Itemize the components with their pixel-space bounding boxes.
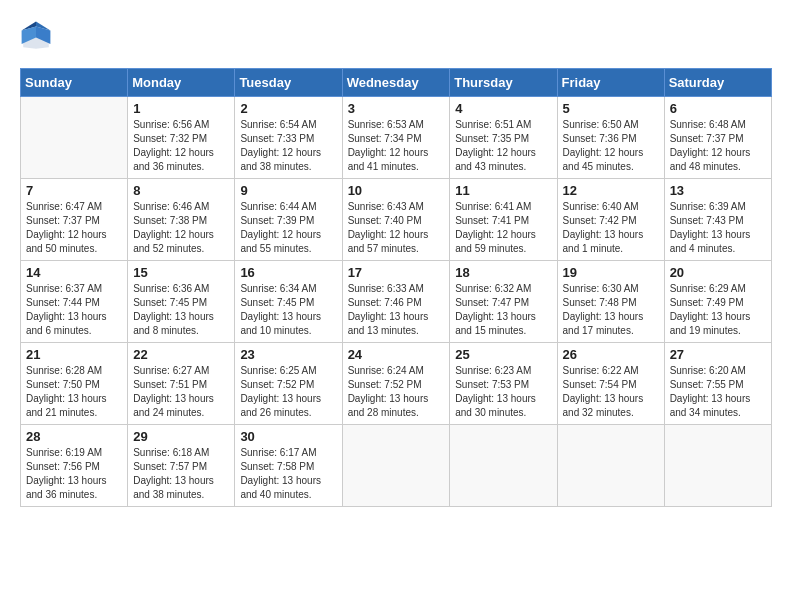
day-number: 6 [670, 101, 766, 116]
day-info: Sunrise: 6:39 AMSunset: 7:43 PMDaylight:… [670, 200, 766, 256]
calendar-cell: 14Sunrise: 6:37 AMSunset: 7:44 PMDayligh… [21, 261, 128, 343]
day-info: Sunrise: 6:47 AMSunset: 7:37 PMDaylight:… [26, 200, 122, 256]
weekday-header-thursday: Thursday [450, 69, 557, 97]
calendar-cell: 9Sunrise: 6:44 AMSunset: 7:39 PMDaylight… [235, 179, 342, 261]
day-number: 5 [563, 101, 659, 116]
calendar-cell: 22Sunrise: 6:27 AMSunset: 7:51 PMDayligh… [128, 343, 235, 425]
day-number: 14 [26, 265, 122, 280]
calendar-cell: 4Sunrise: 6:51 AMSunset: 7:35 PMDaylight… [450, 97, 557, 179]
calendar-cell [664, 425, 771, 507]
day-number: 1 [133, 101, 229, 116]
calendar-cell: 20Sunrise: 6:29 AMSunset: 7:49 PMDayligh… [664, 261, 771, 343]
calendar-cell: 16Sunrise: 6:34 AMSunset: 7:45 PMDayligh… [235, 261, 342, 343]
day-info: Sunrise: 6:56 AMSunset: 7:32 PMDaylight:… [133, 118, 229, 174]
day-info: Sunrise: 6:40 AMSunset: 7:42 PMDaylight:… [563, 200, 659, 256]
day-info: Sunrise: 6:32 AMSunset: 7:47 PMDaylight:… [455, 282, 551, 338]
page-header [20, 20, 772, 52]
week-row-4: 21Sunrise: 6:28 AMSunset: 7:50 PMDayligh… [21, 343, 772, 425]
logo [20, 20, 56, 52]
calendar-cell [450, 425, 557, 507]
day-info: Sunrise: 6:51 AMSunset: 7:35 PMDaylight:… [455, 118, 551, 174]
day-info: Sunrise: 6:19 AMSunset: 7:56 PMDaylight:… [26, 446, 122, 502]
calendar-cell: 5Sunrise: 6:50 AMSunset: 7:36 PMDaylight… [557, 97, 664, 179]
day-info: Sunrise: 6:30 AMSunset: 7:48 PMDaylight:… [563, 282, 659, 338]
calendar-cell: 15Sunrise: 6:36 AMSunset: 7:45 PMDayligh… [128, 261, 235, 343]
calendar-cell: 1Sunrise: 6:56 AMSunset: 7:32 PMDaylight… [128, 97, 235, 179]
calendar-cell: 6Sunrise: 6:48 AMSunset: 7:37 PMDaylight… [664, 97, 771, 179]
day-info: Sunrise: 6:18 AMSunset: 7:57 PMDaylight:… [133, 446, 229, 502]
weekday-header-friday: Friday [557, 69, 664, 97]
calendar-cell: 28Sunrise: 6:19 AMSunset: 7:56 PMDayligh… [21, 425, 128, 507]
calendar-cell: 18Sunrise: 6:32 AMSunset: 7:47 PMDayligh… [450, 261, 557, 343]
day-number: 26 [563, 347, 659, 362]
day-info: Sunrise: 6:48 AMSunset: 7:37 PMDaylight:… [670, 118, 766, 174]
day-number: 16 [240, 265, 336, 280]
day-number: 30 [240, 429, 336, 444]
day-info: Sunrise: 6:34 AMSunset: 7:45 PMDaylight:… [240, 282, 336, 338]
day-info: Sunrise: 6:50 AMSunset: 7:36 PMDaylight:… [563, 118, 659, 174]
day-number: 9 [240, 183, 336, 198]
day-number: 2 [240, 101, 336, 116]
day-info: Sunrise: 6:28 AMSunset: 7:50 PMDaylight:… [26, 364, 122, 420]
calendar-cell: 17Sunrise: 6:33 AMSunset: 7:46 PMDayligh… [342, 261, 450, 343]
week-row-2: 7Sunrise: 6:47 AMSunset: 7:37 PMDaylight… [21, 179, 772, 261]
day-info: Sunrise: 6:29 AMSunset: 7:49 PMDaylight:… [670, 282, 766, 338]
weekday-header-row: SundayMondayTuesdayWednesdayThursdayFrid… [21, 69, 772, 97]
weekday-header-monday: Monday [128, 69, 235, 97]
day-number: 15 [133, 265, 229, 280]
day-info: Sunrise: 6:37 AMSunset: 7:44 PMDaylight:… [26, 282, 122, 338]
day-number: 27 [670, 347, 766, 362]
calendar-cell: 11Sunrise: 6:41 AMSunset: 7:41 PMDayligh… [450, 179, 557, 261]
week-row-1: 1Sunrise: 6:56 AMSunset: 7:32 PMDaylight… [21, 97, 772, 179]
day-info: Sunrise: 6:53 AMSunset: 7:34 PMDaylight:… [348, 118, 445, 174]
calendar-table: SundayMondayTuesdayWednesdayThursdayFrid… [20, 68, 772, 507]
calendar-cell: 21Sunrise: 6:28 AMSunset: 7:50 PMDayligh… [21, 343, 128, 425]
day-number: 10 [348, 183, 445, 198]
day-number: 17 [348, 265, 445, 280]
weekday-header-saturday: Saturday [664, 69, 771, 97]
calendar-cell: 7Sunrise: 6:47 AMSunset: 7:37 PMDaylight… [21, 179, 128, 261]
logo-icon [20, 20, 52, 52]
calendar-cell: 26Sunrise: 6:22 AMSunset: 7:54 PMDayligh… [557, 343, 664, 425]
calendar-cell: 24Sunrise: 6:24 AMSunset: 7:52 PMDayligh… [342, 343, 450, 425]
day-info: Sunrise: 6:44 AMSunset: 7:39 PMDaylight:… [240, 200, 336, 256]
day-number: 28 [26, 429, 122, 444]
day-info: Sunrise: 6:54 AMSunset: 7:33 PMDaylight:… [240, 118, 336, 174]
day-info: Sunrise: 6:33 AMSunset: 7:46 PMDaylight:… [348, 282, 445, 338]
calendar-cell: 10Sunrise: 6:43 AMSunset: 7:40 PMDayligh… [342, 179, 450, 261]
calendar-cell: 27Sunrise: 6:20 AMSunset: 7:55 PMDayligh… [664, 343, 771, 425]
day-number: 13 [670, 183, 766, 198]
day-info: Sunrise: 6:24 AMSunset: 7:52 PMDaylight:… [348, 364, 445, 420]
calendar-cell: 3Sunrise: 6:53 AMSunset: 7:34 PMDaylight… [342, 97, 450, 179]
day-info: Sunrise: 6:36 AMSunset: 7:45 PMDaylight:… [133, 282, 229, 338]
day-number: 11 [455, 183, 551, 198]
day-number: 4 [455, 101, 551, 116]
day-number: 23 [240, 347, 336, 362]
day-number: 8 [133, 183, 229, 198]
calendar-cell: 12Sunrise: 6:40 AMSunset: 7:42 PMDayligh… [557, 179, 664, 261]
calendar-cell: 25Sunrise: 6:23 AMSunset: 7:53 PMDayligh… [450, 343, 557, 425]
day-number: 3 [348, 101, 445, 116]
calendar-cell [21, 97, 128, 179]
day-info: Sunrise: 6:17 AMSunset: 7:58 PMDaylight:… [240, 446, 336, 502]
day-number: 18 [455, 265, 551, 280]
day-info: Sunrise: 6:43 AMSunset: 7:40 PMDaylight:… [348, 200, 445, 256]
day-number: 12 [563, 183, 659, 198]
day-info: Sunrise: 6:22 AMSunset: 7:54 PMDaylight:… [563, 364, 659, 420]
day-info: Sunrise: 6:27 AMSunset: 7:51 PMDaylight:… [133, 364, 229, 420]
calendar-cell: 23Sunrise: 6:25 AMSunset: 7:52 PMDayligh… [235, 343, 342, 425]
day-info: Sunrise: 6:46 AMSunset: 7:38 PMDaylight:… [133, 200, 229, 256]
day-number: 25 [455, 347, 551, 362]
day-number: 20 [670, 265, 766, 280]
week-row-5: 28Sunrise: 6:19 AMSunset: 7:56 PMDayligh… [21, 425, 772, 507]
day-info: Sunrise: 6:25 AMSunset: 7:52 PMDaylight:… [240, 364, 336, 420]
day-number: 24 [348, 347, 445, 362]
calendar-cell: 30Sunrise: 6:17 AMSunset: 7:58 PMDayligh… [235, 425, 342, 507]
weekday-header-wednesday: Wednesday [342, 69, 450, 97]
calendar-cell: 29Sunrise: 6:18 AMSunset: 7:57 PMDayligh… [128, 425, 235, 507]
day-number: 29 [133, 429, 229, 444]
day-info: Sunrise: 6:23 AMSunset: 7:53 PMDaylight:… [455, 364, 551, 420]
calendar-cell [342, 425, 450, 507]
calendar-cell: 8Sunrise: 6:46 AMSunset: 7:38 PMDaylight… [128, 179, 235, 261]
day-info: Sunrise: 6:41 AMSunset: 7:41 PMDaylight:… [455, 200, 551, 256]
